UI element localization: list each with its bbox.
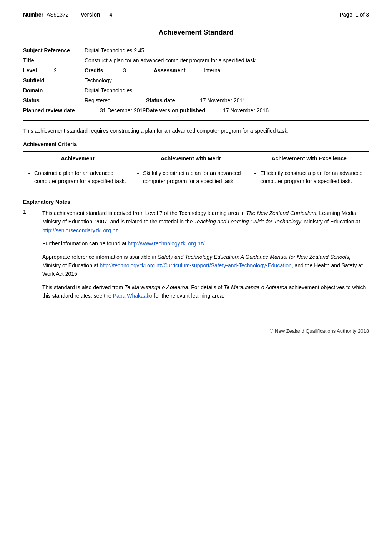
status-label: Status: [23, 97, 85, 103]
divider: [23, 120, 369, 121]
version-value: 4: [109, 12, 112, 18]
number-label: Number: [23, 12, 43, 18]
curriculum-italic: The New Zealand Curriculum: [246, 210, 316, 216]
subject-reference-row: Subject Reference Digital Technologies 2…: [23, 47, 369, 53]
achievement-cell: Construct a plan for an advanced compute…: [23, 166, 132, 190]
table-row: Construct a plan for an advanced compute…: [23, 166, 369, 190]
status-date-label: Status date: [146, 97, 200, 103]
version-label: Version: [81, 12, 100, 18]
header-number: Number AS91372 Version 4: [23, 12, 112, 18]
assessment-value: Internal: [204, 67, 222, 73]
table-header-achievement: Achievement: [23, 152, 132, 166]
status-value: Registered: [85, 97, 146, 103]
merit-cell: Skilfully construct a plan for an advanc…: [132, 166, 249, 190]
domain-row: Domain Digital Technologies: [23, 87, 369, 93]
subfield-label: Subfield: [23, 77, 85, 83]
notes-content-1: This achievement standard is derived fro…: [42, 209, 369, 305]
achievement-criteria-heading: Achievement Criteria: [23, 141, 369, 147]
title-row: Title Construct a plan for an advanced c…: [23, 57, 369, 63]
title-label: Title: [23, 57, 85, 63]
level-label: Level: [23, 67, 54, 73]
notes-para-3: Appropriate reference information is ava…: [42, 253, 369, 278]
intro-text: This achievement standard requires const…: [23, 127, 369, 135]
te-marautanga-italic-2: Te Marautanga o Aotearoa: [224, 284, 287, 290]
page-label: Page: [340, 12, 352, 18]
safety-italic: Safety and Technology Education: A Guida…: [158, 254, 350, 260]
planned-review-label: Planned review date: [23, 107, 100, 113]
footer: © New Zealand Qualifications Authority 2…: [23, 328, 369, 334]
table-header-merit: Achievement with Merit: [132, 152, 249, 166]
merit-item: Skilfully construct a plan for an advanc…: [143, 169, 245, 185]
papa-whakaako-link[interactable]: Papa Whakaako: [113, 293, 154, 299]
notes-para-2: Further information can be found at http…: [42, 239, 369, 248]
date-version-label: Date version published: [146, 107, 223, 113]
review-row: Planned review date 31 December 2019 Dat…: [23, 107, 369, 113]
notes-para-1: This achievement standard is derived fro…: [42, 209, 369, 235]
title-value: Construct a plan for an advanced compute…: [85, 57, 369, 63]
excellence-item: Efficiently construct a plan for an adva…: [260, 169, 365, 185]
technology-link[interactable]: http://www.technology.tki.org.nz/: [128, 240, 205, 247]
status-row: Status Registered Status date 17 Novembe…: [23, 97, 369, 103]
level-value: 2: [54, 67, 85, 73]
planned-review-value: 31 December 2019: [100, 107, 146, 113]
notes-para-4: This standard is also derived from Te Ma…: [42, 283, 369, 300]
domain-value: Digital Technologies: [85, 87, 369, 93]
notes-item-1: 1 This achievement standard is derived f…: [23, 209, 369, 305]
page-value: 1 of 3: [355, 12, 369, 18]
subfield-row: Subfield Technology: [23, 77, 369, 83]
subject-reference-value: Digital Technologies 2.45: [85, 47, 369, 53]
subject-reference-label: Subject Reference: [23, 47, 85, 53]
safety-link[interactable]: http://technology.tki.org.nz/Curriculum-…: [100, 262, 291, 268]
table-header-excellence: Achievement with Excellence: [249, 152, 369, 166]
seniorsecondary-link[interactable]: http://seniorsecondary.tki.org.nz.: [42, 227, 120, 233]
notes-number-1: 1: [23, 209, 42, 215]
te-marautanga-italic-1: Te Marautanga o Aotearoa: [125, 284, 188, 290]
domain-label: Domain: [23, 87, 85, 93]
footer-text: © New Zealand Qualifications Authority 2…: [270, 328, 369, 334]
teaching-guide-italic: Teaching and Learning Guide for Technolo…: [194, 218, 301, 225]
notes-section: 1 This achievement standard is derived f…: [23, 209, 369, 305]
status-date-value: 17 November 2011: [200, 97, 246, 103]
header-page: Page 1 of 3: [340, 12, 369, 18]
assessment-label: Assessment: [154, 67, 204, 73]
info-grid: Subject Reference Digital Technologies 2…: [23, 47, 369, 113]
achievement-table: Achievement Achievement with Merit Achie…: [23, 151, 369, 190]
credits-value: 3: [123, 67, 154, 73]
number-value: AS91372: [47, 12, 69, 18]
header: Number AS91372 Version 4 Page 1 of 3: [23, 12, 369, 19]
subfield-value: Technology: [85, 77, 369, 83]
level-row: Level 2 Credits 3 Assessment Internal: [23, 67, 369, 73]
credits-label: Credits: [85, 67, 123, 73]
date-version-value: 17 November 2016: [223, 107, 269, 113]
explanatory-notes-heading: Explanatory Notes: [23, 199, 369, 205]
excellence-cell: Efficiently construct a plan for an adva…: [249, 166, 369, 190]
achievement-item: Construct a plan for an advanced compute…: [34, 169, 128, 185]
page-title: Achievement Standard: [23, 28, 369, 37]
